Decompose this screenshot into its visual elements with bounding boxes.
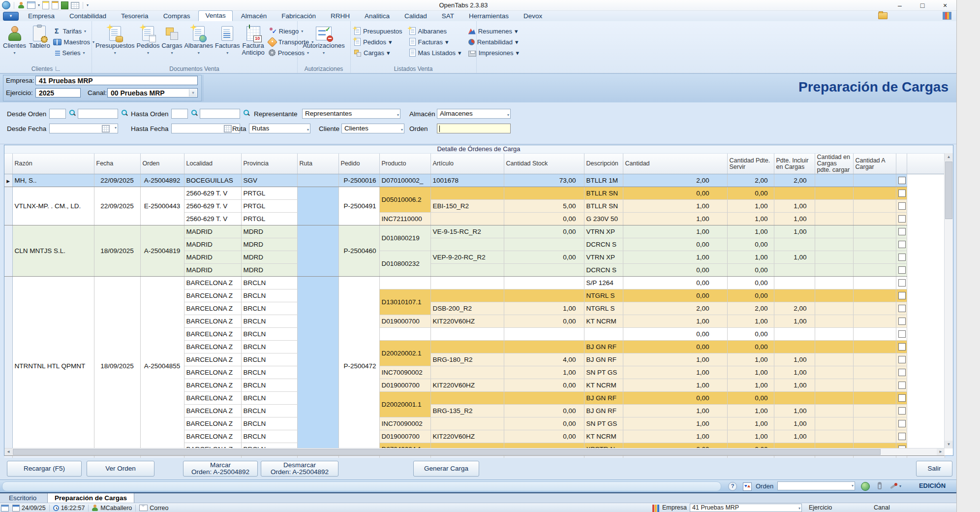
col-header-4[interactable]: Localidad xyxy=(184,154,241,174)
representante-select[interactable]: Representantes▾ xyxy=(302,109,400,119)
refresh-icon[interactable] xyxy=(861,482,870,491)
cell-cantidad[interactable]: 1,00 xyxy=(623,213,727,225)
calendar-icon[interactable] xyxy=(224,125,232,132)
cell-localidad[interactable]: BOCEGUILLAS xyxy=(184,174,241,187)
cell-cantidad-pdte-servir[interactable]: 1,00 xyxy=(727,225,774,238)
cell-pdte-incluir-en-cargas[interactable]: 1,00 xyxy=(774,315,815,328)
chevron-down-icon[interactable]: ▾ xyxy=(189,89,197,96)
clientes-button[interactable]: Clientes ▾ xyxy=(3,23,26,64)
hasta-fecha-input[interactable]: ▾ xyxy=(171,124,240,133)
cell-articulo[interactable]: DSB-200_R2 xyxy=(430,302,504,315)
cell-descripcion[interactable]: KT NCRM xyxy=(584,430,623,443)
paperclip-icon[interactable] xyxy=(878,482,882,489)
listado-impresiones-button[interactable]: Impresiones▾ xyxy=(468,48,519,57)
cell-cantidad-stock[interactable] xyxy=(504,187,584,200)
cell-pdte-incluir-en-cargas[interactable] xyxy=(774,277,815,289)
cell-producto[interactable]: D019000700 xyxy=(379,379,430,392)
ver-orden-button[interactable]: Ver Orden xyxy=(87,461,154,477)
cell-localidad[interactable]: BARCELONA Z xyxy=(184,341,241,353)
cell-provincia[interactable]: PRTGL xyxy=(241,200,297,213)
menu-tab-devox[interactable]: Devox xyxy=(517,11,549,21)
scroll-up-icon[interactable]: ▲ xyxy=(945,153,953,161)
cell-localidad[interactable]: BARCELONA Z xyxy=(184,353,241,366)
cell-provincia[interactable]: BRCLN xyxy=(241,430,297,443)
cell-cantidad-pdte-servir[interactable]: 0,00 xyxy=(727,277,774,289)
ejercicio-field[interactable]: 2025 xyxy=(35,88,81,97)
cell-articulo[interactable] xyxy=(430,264,504,277)
cell-pdte-incluir-en-cargas[interactable] xyxy=(774,187,815,200)
listado-facturas-button[interactable]: Facturas▾ xyxy=(409,37,461,46)
chevron-down-icon[interactable]: ▾ xyxy=(852,483,854,488)
cell-pdte-incluir-en-cargas[interactable]: 1,00 xyxy=(774,366,815,379)
cell-descripcion[interactable]: S/P 1264 xyxy=(584,277,623,289)
cell-articulo[interactable] xyxy=(430,238,504,251)
cell-producto[interactable]: D010800219 xyxy=(379,225,430,251)
cell-cantidad-a-cargar[interactable] xyxy=(853,238,896,251)
cell-check[interactable] xyxy=(896,187,907,200)
search-icon[interactable] xyxy=(243,109,250,116)
cell-cantidad-stock[interactable]: 73,00 xyxy=(504,174,584,187)
cell-cantidad-en-cargas-pdte[interactable] xyxy=(815,264,853,277)
cell-cantidad-en-cargas-pdte[interactable] xyxy=(815,238,853,251)
cell-producto[interactable]: D13010107.1 xyxy=(379,289,430,315)
cell-localidad[interactable]: BARCELONA Z xyxy=(184,277,241,289)
cell-cantidad-stock[interactable]: 0,00 xyxy=(504,379,584,392)
cell-razon[interactable]: VTLNX-MP. . CM., LD. xyxy=(12,187,94,225)
row-checkbox[interactable] xyxy=(898,241,906,248)
cell-cantidad-en-cargas-pdte[interactable] xyxy=(815,289,853,302)
cell-producto[interactable]: INC72110000 xyxy=(379,213,430,225)
col-header-12[interactable]: Cantidad xyxy=(623,154,727,174)
cell-articulo[interactable]: VE-9-15-RC_R2 xyxy=(430,225,504,238)
col-header-10[interactable]: Cantidad Stock xyxy=(504,154,584,174)
col-header-3[interactable]: Orden xyxy=(140,154,184,174)
cell-cantidad-stock[interactable] xyxy=(504,264,584,277)
cell-descripcion[interactable]: DCRCN S xyxy=(584,264,623,277)
cell-cantidad-stock[interactable] xyxy=(504,341,584,353)
tarifas-button[interactable]: Σ Tarifas▾ xyxy=(53,27,94,35)
col-header-9[interactable]: Artículo xyxy=(430,154,504,174)
row-selector[interactable] xyxy=(4,277,12,456)
menu-tab-herramientas[interactable]: Herramientas xyxy=(462,11,515,21)
cell-provincia[interactable]: BRCLN xyxy=(241,277,297,289)
cell-localidad[interactable]: BARCELONA Z xyxy=(184,289,241,302)
row-checkbox[interactable] xyxy=(898,202,906,210)
cell-cantidad-pdte-servir[interactable]: 1,00 xyxy=(727,379,774,392)
cell-fecha[interactable]: 18/09/2025 xyxy=(94,277,140,456)
cell-orden[interactable]: A-25004819 xyxy=(140,225,184,277)
desde-orden-input[interactable] xyxy=(78,109,118,119)
cell-cantidad-pdte-servir[interactable]: 2,00 xyxy=(727,302,774,315)
listado-presupuestos-button[interactable]: Presupuestos xyxy=(354,27,402,35)
cell-cantidad-a-cargar[interactable] xyxy=(853,353,896,366)
cell-pdte-incluir-en-cargas[interactable]: 1,00 xyxy=(774,251,815,264)
cell-descripcion[interactable]: BTLLR 1M xyxy=(584,174,623,187)
cell-cantidad-stock[interactable]: 1,00 xyxy=(504,366,584,379)
autorizaciones-button[interactable]: ✓ Autorizaciones ▾ xyxy=(299,23,348,64)
cell-pdte-incluir-en-cargas[interactable]: 1,00 xyxy=(774,225,815,238)
cell-articulo[interactable] xyxy=(430,187,504,200)
menu-tab-empresa[interactable]: Empresa xyxy=(22,11,61,21)
cell-localidad[interactable]: BARCELONA Z xyxy=(184,328,241,341)
cell-cantidad-en-cargas-pdte[interactable] xyxy=(815,302,853,315)
cell-pdte-incluir-en-cargas[interactable]: 1,00 xyxy=(774,405,815,417)
listado-resumenes-button[interactable]: Resumenes▾ xyxy=(468,27,519,35)
dialog-launcher-icon[interactable] xyxy=(56,66,60,71)
cell-localidad[interactable]: BARCELONA Z xyxy=(184,302,241,315)
minimize-button[interactable]: – xyxy=(896,1,903,10)
cell-pdte-incluir-en-cargas[interactable]: 2,00 xyxy=(774,174,815,187)
app-menu-button[interactable]: ▼ xyxy=(3,12,19,21)
cell-cantidad-stock[interactable]: 0,00 xyxy=(504,430,584,443)
cell-cantidad-en-cargas-pdte[interactable] xyxy=(815,430,853,443)
cell-cantidad-en-cargas-pdte[interactable] xyxy=(815,405,853,417)
cell-descripcion[interactable]: VTRN XP xyxy=(584,251,623,264)
cell-cantidad-a-cargar[interactable] xyxy=(853,251,896,264)
ruta-select[interactable]: Rutas▾ xyxy=(249,124,310,133)
cell-articulo[interactable] xyxy=(430,341,504,353)
cell-ruta[interactable] xyxy=(297,225,338,277)
cell-cantidad-stock[interactable] xyxy=(504,289,584,302)
cell-pdte-incluir-en-cargas[interactable] xyxy=(774,264,815,277)
cell-articulo[interactable]: KIT220V60HZ xyxy=(430,379,504,392)
cell-provincia[interactable]: BRCLN xyxy=(241,353,297,366)
cell-cantidad-en-cargas-pdte[interactable] xyxy=(815,366,853,379)
cell-articulo[interactable] xyxy=(430,417,504,430)
cell-cantidad-en-cargas-pdte[interactable] xyxy=(815,417,853,430)
